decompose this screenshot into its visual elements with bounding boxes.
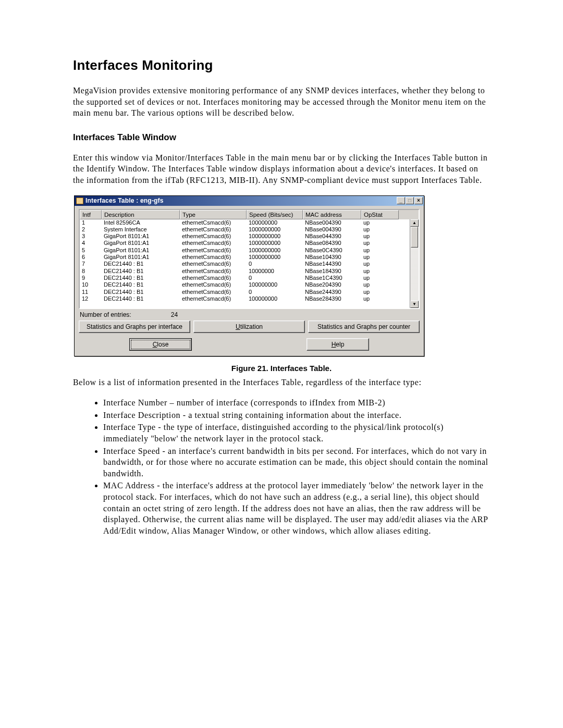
- util-ul: U: [236, 323, 240, 330]
- window-icon: [76, 198, 83, 204]
- table-cell: DEC21440 : B1: [102, 295, 180, 302]
- table-cell: 1: [80, 219, 102, 226]
- table-cell: up: [361, 281, 399, 288]
- table-cell: ethernetCsmacd(6): [180, 275, 247, 281]
- table-cell: ethernetCsmacd(6): [180, 226, 247, 233]
- table-cell: up: [361, 289, 399, 295]
- table-row[interactable]: 1Intel 82596CAethernetCsmacd(6)100000000…: [80, 219, 410, 226]
- utilization-button[interactable]: Utilization: [193, 320, 305, 333]
- col-description[interactable]: Description: [102, 210, 180, 219]
- table-row[interactable]: 5GigaPort 8101:A1ethernetCsmacd(6)100000…: [80, 247, 410, 254]
- scroll-up-button[interactable]: ▲: [410, 219, 419, 227]
- util-rest: tilization: [240, 323, 263, 330]
- close-rest: lose: [157, 341, 168, 348]
- figure-caption: Figure 21. Interfaces Table.: [73, 364, 490, 373]
- table-cell: NBase244390: [303, 289, 361, 295]
- table-row[interactable]: 10DEC21440 : B1ethernetCsmacd(6)10000000…: [80, 281, 410, 288]
- list-item: Interface Speed - an interface's current…: [103, 446, 490, 479]
- table-body: 1Intel 82596CAethernetCsmacd(6)100000000…: [80, 219, 410, 308]
- col-mac[interactable]: MAC address: [303, 210, 361, 219]
- table-cell: NBase184390: [303, 268, 361, 275]
- table-cell: DEC21440 : B1: [102, 275, 180, 281]
- table-row[interactable]: 6GigaPort 8101:A1ethernetCsmacd(6)100000…: [80, 254, 410, 261]
- list-item: Interface Number – number of interface (…: [103, 397, 490, 409]
- stats-per-counter-button[interactable]: Statistics and Graphs per counter: [308, 320, 420, 333]
- table-cell: ethernetCsmacd(6): [180, 268, 247, 275]
- table-cell: ethernetCsmacd(6): [180, 261, 247, 267]
- table-cell: up: [361, 254, 399, 261]
- table-cell: System Interface: [102, 226, 180, 233]
- table-cell: NBase104390: [303, 254, 361, 261]
- table-cell: ethernetCsmacd(6): [180, 233, 247, 240]
- table-cell: 4: [80, 240, 102, 246]
- close-button[interactable]: Close: [129, 338, 192, 351]
- table-cell: 11: [80, 289, 102, 295]
- scroll-track[interactable]: [410, 227, 419, 301]
- table-row[interactable]: 8DEC21440 : B1ethernetCsmacd(6)10000000N…: [80, 268, 410, 275]
- table-cell: 100000000: [247, 281, 303, 288]
- table-cell: 5: [80, 247, 102, 254]
- table-cell: NBase144390: [303, 261, 361, 267]
- table-cell: up: [361, 233, 399, 240]
- table-row[interactable]: 12DEC21440 : B1ethernetCsmacd(6)10000000…: [80, 295, 410, 302]
- table-cell: DEC21440 : B1: [102, 289, 180, 295]
- col-type[interactable]: Type: [180, 210, 247, 219]
- table-cell: DEC21440 : B1: [102, 268, 180, 275]
- table-header-row: Intf Description Type Speed (Bits/sec) M…: [80, 210, 419, 219]
- table-cell: up: [361, 275, 399, 281]
- stats-per-interface-button[interactable]: Statistics and Graphs per interface: [79, 320, 190, 333]
- entries-count-row: Number of entries: 24: [79, 309, 420, 320]
- entries-value: 24: [154, 311, 178, 318]
- list-item: Interface Description - a textual string…: [103, 410, 490, 421]
- col-opstat[interactable]: OpStat: [361, 210, 399, 219]
- vertical-scrollbar[interactable]: ▲ ▼: [410, 219, 419, 308]
- interfaces-table: Intf Description Type Speed (Bits/sec) M…: [79, 209, 420, 309]
- table-cell: NBase044390: [303, 233, 361, 240]
- info-bullet-list: Interface Number – number of interface (…: [73, 397, 490, 536]
- table-row[interactable]: 9DEC21440 : B1ethernetCsmacd(6)0NBase1C4…: [80, 275, 410, 281]
- table-cell: 3: [80, 233, 102, 240]
- intro-paragraph: MegaVision provides extensive monitoring…: [73, 85, 490, 119]
- table-cell: NBase084390: [303, 240, 361, 246]
- table-row[interactable]: 11DEC21440 : B1ethernetCsmacd(6)0NBase24…: [80, 289, 410, 295]
- table-cell: Intel 82596CA: [102, 219, 180, 226]
- table-cell: NBase0C4390: [303, 247, 361, 254]
- list-item: Interface Type - the type of interface, …: [103, 422, 490, 444]
- table-row[interactable]: 3GigaPort 8101:A1ethernetCsmacd(6)100000…: [80, 233, 410, 240]
- scroll-down-button[interactable]: ▼: [410, 301, 419, 308]
- table-cell: GigaPort 8101:A1: [102, 240, 180, 246]
- entries-label: Number of entries:: [80, 311, 131, 318]
- table-cell: 1000000000: [247, 226, 303, 233]
- table-cell: 100000000: [247, 295, 303, 302]
- table-row[interactable]: 2System InterfaceethernetCsmacd(6)100000…: [80, 226, 410, 233]
- table-row[interactable]: 4GigaPort 8101:A1ethernetCsmacd(6)100000…: [80, 240, 410, 246]
- table-cell: ethernetCsmacd(6): [180, 247, 247, 254]
- table-cell: DEC21440 : B1: [102, 261, 180, 267]
- table-cell: ethernetCsmacd(6): [180, 240, 247, 246]
- close-window-button[interactable]: ×: [414, 197, 423, 204]
- table-cell: ethernetCsmacd(6): [180, 219, 247, 226]
- titlebar[interactable]: Interfaces Table : eng-gfs _ □ ×: [75, 196, 424, 206]
- scroll-thumb[interactable]: [411, 227, 418, 248]
- table-cell: NBase004390: [303, 226, 361, 233]
- table-cell: 1000000000: [247, 233, 303, 240]
- window-title: Interfaces Table : eng-gfs: [85, 197, 164, 204]
- table-cell: 8: [80, 268, 102, 275]
- table-cell: GigaPort 8101:A1: [102, 254, 180, 261]
- col-speed[interactable]: Speed (Bits/sec): [247, 210, 303, 219]
- table-cell: GigaPort 8101:A1: [102, 247, 180, 254]
- table-cell: up: [361, 240, 399, 246]
- table-cell: 0: [247, 289, 303, 295]
- minimize-button[interactable]: _: [397, 197, 405, 204]
- col-intf[interactable]: Intf: [80, 210, 102, 219]
- help-rest: elp: [336, 341, 344, 348]
- table-cell: up: [361, 295, 399, 302]
- table-cell: 1000000000: [247, 247, 303, 254]
- table-cell: 1000000000: [247, 240, 303, 246]
- table-row[interactable]: 7DEC21440 : B1ethernetCsmacd(6)0NBase144…: [80, 261, 410, 267]
- help-button[interactable]: Help: [307, 338, 369, 351]
- maximize-button[interactable]: □: [406, 197, 414, 204]
- table-cell: ethernetCsmacd(6): [180, 295, 247, 302]
- section-heading: Interfaces Table Window: [73, 132, 490, 143]
- table-cell: ethernetCsmacd(6): [180, 281, 247, 288]
